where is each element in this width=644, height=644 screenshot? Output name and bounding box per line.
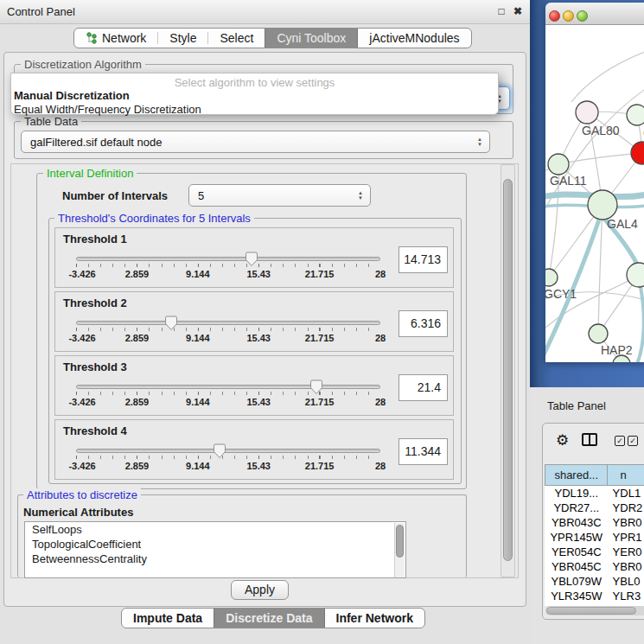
node-g[interactable] (627, 105, 644, 125)
slider-scale: -3.4262.8599.14415.4321.71528 (76, 269, 380, 280)
threshold-coordinates-label: Threshold's Coordinates for 5 Intervals (54, 212, 254, 225)
table-data-combo-value: galFiltered.sif default node (30, 136, 162, 149)
node-label: GCY1 (545, 287, 577, 301)
slider-thumb[interactable] (309, 379, 322, 395)
numerical-attributes-list: SelfLoops TopologicalCoefficient Between… (24, 521, 406, 578)
list-scrollbar-thumb[interactable] (396, 525, 404, 558)
network-window-titlebar (545, 3, 644, 25)
table-horizontal-scrollbar[interactable] (545, 606, 644, 615)
control-panel: Control Panel □ ✖ Network Style Select C… (0, 0, 530, 644)
slider-ticks (76, 264, 380, 267)
node-gal4[interactable] (588, 190, 617, 220)
minimize-window-icon[interactable] (563, 10, 574, 22)
list-item[interactable]: SelfLoops (25, 522, 405, 537)
slider-scale: -3.4262.8599.14415.4321.71528 (76, 461, 380, 472)
numerical-attributes-label: Numerical Attributes (23, 506, 133, 519)
close-window-icon[interactable] (549, 10, 560, 22)
node-gal80[interactable] (576, 101, 598, 124)
node-hap2[interactable] (589, 324, 608, 343)
threshold-3-label: Threshold 3 (63, 360, 127, 373)
table-row[interactable]: YBL079WYBL0 (545, 574, 644, 589)
apply-button[interactable]: Apply (231, 580, 289, 600)
slider-thumb[interactable] (213, 443, 226, 459)
tab-jactivemnodules[interactable]: jActiveMNodules (358, 29, 470, 48)
control-panel-titlebar: Control Panel □ ✖ (0, 0, 530, 24)
threshold-1-value-field[interactable]: 14.713 (399, 246, 448, 273)
tab-discretize-data[interactable]: Discretize Data (214, 609, 324, 628)
slider-track[interactable] (76, 385, 380, 389)
threshold-4-label: Threshold 4 (63, 424, 127, 437)
checkbox-icon[interactable]: ✓ (615, 436, 625, 446)
node-label: GAL4 (607, 217, 638, 231)
list-item[interactable]: BetweennessCentrality (25, 552, 405, 566)
table-data-combobox[interactable]: galFiltered.sif default node ▲▼ (21, 131, 490, 153)
table-row[interactable]: YLR345WYLR3 (545, 589, 644, 603)
table-header-row: shared... n (545, 464, 644, 486)
split-view-icon[interactable] (582, 433, 597, 446)
table-row[interactable]: YBR043CYBR0 (545, 515, 644, 530)
node-h[interactable] (627, 263, 644, 287)
tab-cyni-toolbox[interactable]: Cyni Toolbox (265, 29, 358, 48)
node-label: HAP2 (601, 343, 633, 357)
tab-infer-network[interactable]: Infer Network (325, 609, 424, 628)
network-view-window: GAL80 G. C GAL11 GAL4 GCY1 H HAP2 (545, 3, 644, 362)
threshold-4-slider[interactable]: -3.4262.8599.14415.4321.71528 (76, 449, 380, 478)
tab-select[interactable]: Select (208, 29, 265, 48)
checkbox-icon[interactable]: ✓ (628, 436, 638, 446)
node-red-selected[interactable] (631, 142, 644, 164)
threshold-2-value-field[interactable]: 6.316 (399, 310, 448, 337)
dropdown-hint: Select algorithm to view settings (11, 73, 498, 89)
slider-track[interactable] (76, 449, 380, 453)
settings-vertical-scrollbar[interactable] (501, 164, 515, 577)
column-header-shared-name[interactable]: shared... (545, 464, 608, 486)
threshold-3-slider[interactable]: -3.4262.8599.14415.4321.71528 (76, 385, 380, 414)
panel-tabbar: Network Style Select Cyni Toolbox jActiv… (73, 28, 472, 48)
slider-ticks (76, 392, 380, 395)
column-header-name[interactable]: n (608, 464, 644, 486)
close-panel-icon[interactable]: ✖ (511, 4, 525, 18)
threshold-3-panel: Threshold 3 -3.4262.8599.14415.4321.7152… (54, 355, 454, 416)
list-item[interactable]: TopologicalCoefficient (25, 537, 405, 552)
table-data-group-label: Table Data (21, 115, 81, 128)
slider-thumb[interactable] (245, 252, 258, 267)
table-row[interactable]: YDR27...YDR2 (545, 501, 644, 515)
right-workspace: GAL80 G. C GAL11 GAL4 GCY1 H HAP2 Table … (530, 0, 644, 644)
settings-scrollbar-thumb[interactable] (503, 179, 513, 561)
list-vertical-scrollbar[interactable] (394, 523, 405, 578)
number-of-intervals-combobox[interactable]: 5 ▲▼ (188, 184, 371, 207)
node-gcy1[interactable] (545, 269, 558, 286)
table-row[interactable]: YBR045CYBR0 (545, 559, 644, 574)
table-row[interactable]: YER054CYER0 (545, 545, 644, 559)
tab-style[interactable]: Style (158, 29, 207, 48)
threshold-2-label: Threshold 2 (63, 296, 127, 309)
threshold-3-value-field[interactable]: 21.4 (399, 374, 448, 401)
app-root: Control Panel □ ✖ Network Style Select C… (0, 0, 644, 644)
slider-track[interactable] (76, 321, 380, 325)
tab-impute-data[interactable]: Impute Data (122, 609, 214, 628)
algorithm-group-label: Discretization Algorithm (21, 58, 145, 71)
zoom-window-icon[interactable] (577, 10, 588, 22)
dropdown-option-equal-width[interactable]: Equal Width/Frequency Discretization (11, 103, 498, 117)
table-row[interactable]: YDL19...YDL1 (545, 486, 644, 501)
network-canvas[interactable]: GAL80 G. C GAL11 GAL4 GCY1 H HAP2 (545, 25, 644, 362)
dropdown-option-manual[interactable]: Manual Discretization (11, 89, 498, 103)
threshold-1-slider[interactable]: -3.4262.8599.14415.4321.71528 (76, 257, 380, 286)
table-panel-box: ⚙ ✓ ✓ shared... n YDL19...YDL1 YDR27...Y… (542, 423, 644, 620)
slider-thumb[interactable] (164, 316, 177, 331)
panel-title: Control Panel (7, 5, 75, 18)
algorithm-dropdown-popup: Select algorithm to view settings Manual… (10, 73, 499, 115)
threshold-4-value-field[interactable]: 11.344 (399, 438, 448, 465)
table-row[interactable]: YPR145WYPR1 (545, 530, 644, 545)
threshold-2-slider[interactable]: -3.4262.8599.14415.4321.71528 (76, 321, 380, 350)
interval-definition-label: Interval Definition (43, 167, 137, 180)
float-panel-icon[interactable]: □ (494, 4, 508, 18)
slider-track[interactable] (76, 257, 380, 261)
node-gal11[interactable] (548, 154, 569, 175)
table-scrollbar-thumb[interactable] (546, 607, 636, 615)
combo-arrows-icon: ▲▼ (358, 190, 363, 201)
table-panel-title: Table Panel (547, 399, 606, 412)
slider-ticks (76, 456, 380, 459)
node-attribute-table: shared... n YDL19...YDL1 YDR27...YDR2 YB… (545, 464, 644, 606)
gear-icon[interactable]: ⚙ (556, 431, 569, 450)
tab-network[interactable]: Network (74, 29, 157, 48)
